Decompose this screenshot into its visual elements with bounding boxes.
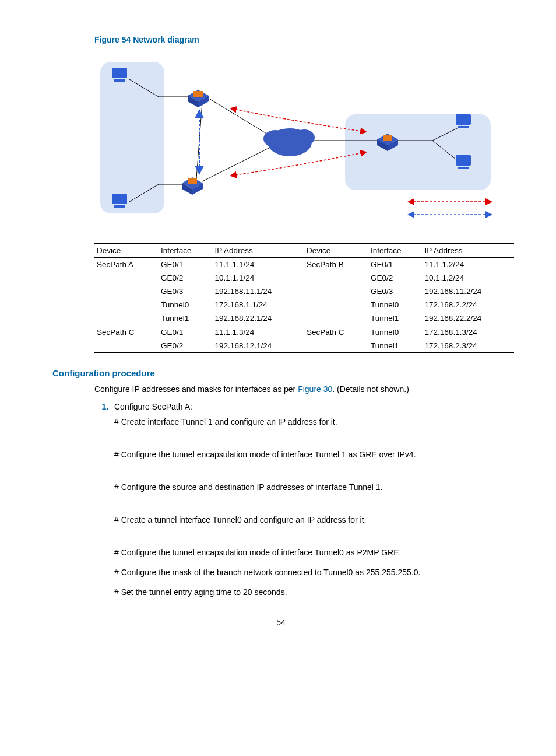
- svg-rect-19: [112, 194, 127, 204]
- table-row: GE0/210.1.1.1/24GE0/210.1.1.2/24: [94, 271, 514, 285]
- table-row: Tunnel1192.168.22.1/24Tunnel1192.168.22.…: [94, 312, 514, 326]
- svg-rect-20: [114, 205, 125, 208]
- svg-rect-24: [458, 167, 469, 169]
- svg-rect-28: [193, 91, 203, 97]
- figure-caption: Figure 54 Network diagram: [94, 35, 509, 44]
- step-para: # Create interface Tunnel 1 and configur…: [114, 417, 509, 426]
- svg-rect-17: [112, 68, 127, 78]
- svg-rect-1: [345, 114, 491, 190]
- interface-table: Device Interface IP Address Device Inter…: [94, 243, 514, 353]
- table-row: SecPath CGE0/111.1.1.3/24SecPath CTunnel…: [94, 326, 514, 340]
- svg-rect-32: [188, 178, 197, 184]
- svg-point-15: [263, 130, 287, 148]
- step-para: # Configure the tunnel encapsulation mod…: [114, 548, 509, 557]
- svg-rect-18: [114, 79, 125, 82]
- col-ip2: IP Address: [423, 244, 514, 258]
- step-para: # Configure the mask of the branch netwo…: [114, 568, 509, 577]
- col-device: Device: [94, 244, 159, 258]
- step-para: # Configure the tunnel encapsulation mod…: [114, 450, 509, 459]
- step-para: # Create a tunnel interface Tunnel0 and …: [114, 515, 509, 524]
- figure-link[interactable]: Figure 30: [298, 384, 332, 394]
- table-row: Tunnel0172.168.1.1/24Tunnel0172.168.2.2/…: [94, 298, 514, 312]
- table-row: GE0/3192.168.11.1/24GE0/3192.168.11.2/24: [94, 285, 514, 298]
- svg-rect-21: [456, 114, 471, 125]
- step-para: # Configure the source and destination I…: [114, 482, 509, 492]
- step-1: Configure SecPath A: # Create interface …: [111, 402, 509, 597]
- section-heading: Configuration procedure: [52, 368, 509, 378]
- col-interface: Interface: [159, 244, 213, 258]
- col-interface2: Interface: [368, 244, 423, 258]
- table-row: GE0/2192.168.12.1/24Tunnel1172.168.2.3/2…: [94, 339, 514, 353]
- svg-rect-23: [456, 155, 471, 166]
- table-row: SecPath AGE0/111.1.1.1/24SecPath BGE0/11…: [94, 258, 514, 272]
- svg-line-8: [202, 144, 278, 181]
- svg-rect-36: [383, 135, 392, 141]
- intro-text: Configure IP addresses and masks for int…: [94, 384, 509, 395]
- col-ip: IP Address: [213, 244, 304, 258]
- svg-rect-0: [100, 62, 164, 214]
- svg-point-16: [294, 130, 315, 146]
- page-number: 54: [52, 618, 509, 627]
- network-diagram: [94, 50, 509, 233]
- step-para: # Set the tunnel entry aging time to 20 …: [114, 587, 509, 597]
- col-device2: Device: [304, 244, 368, 258]
- step-title: Configure SecPath A:: [114, 402, 192, 411]
- svg-rect-22: [458, 126, 469, 128]
